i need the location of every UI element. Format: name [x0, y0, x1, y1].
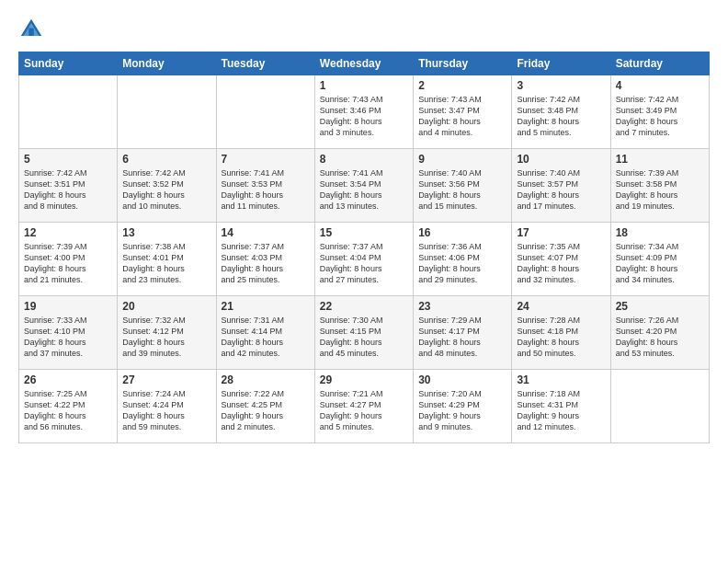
- day-info: Sunrise: 7:38 AM Sunset: 4:01 PM Dayligh…: [122, 241, 210, 286]
- calendar-cell: 6Sunrise: 7:42 AM Sunset: 3:52 PM Daylig…: [118, 149, 216, 223]
- calendar-cell: 21Sunrise: 7:31 AM Sunset: 4:14 PM Dayli…: [216, 296, 314, 370]
- calendar-cell: 19Sunrise: 7:33 AM Sunset: 4:10 PM Dayli…: [19, 296, 118, 370]
- day-number: 7: [222, 153, 310, 166]
- day-info: Sunrise: 7:35 AM Sunset: 4:07 PM Dayligh…: [517, 241, 605, 286]
- day-number: 24: [517, 300, 605, 313]
- day-number: 19: [24, 300, 112, 313]
- calendar-cell: 27Sunrise: 7:24 AM Sunset: 4:24 PM Dayli…: [118, 370, 216, 443]
- calendar-cell: 23Sunrise: 7:29 AM Sunset: 4:17 PM Dayli…: [414, 296, 512, 370]
- day-number: 11: [616, 153, 704, 166]
- day-number: 4: [616, 79, 704, 92]
- day-number: 17: [517, 226, 605, 239]
- page: SundayMondayTuesdayWednesdayThursdayFrid…: [0, 0, 728, 563]
- day-info: Sunrise: 7:42 AM Sunset: 3:51 PM Dayligh…: [24, 167, 112, 213]
- day-number: 13: [122, 226, 210, 239]
- calendar-cell: 3Sunrise: 7:42 AM Sunset: 3:48 PM Daylig…: [512, 75, 610, 149]
- calendar-cell: 20Sunrise: 7:32 AM Sunset: 4:12 PM Dayli…: [118, 296, 216, 370]
- day-number: 18: [616, 226, 704, 239]
- day-number: 2: [418, 79, 506, 92]
- calendar-cell: 14Sunrise: 7:37 AM Sunset: 4:03 PM Dayli…: [216, 223, 314, 296]
- day-info: Sunrise: 7:33 AM Sunset: 4:10 PM Dayligh…: [24, 315, 112, 360]
- day-info: Sunrise: 7:18 AM Sunset: 4:31 PM Dayligh…: [517, 388, 605, 433]
- day-info: Sunrise: 7:31 AM Sunset: 4:14 PM Dayligh…: [222, 315, 310, 360]
- day-number: 16: [418, 226, 506, 239]
- day-number: 21: [222, 300, 310, 313]
- calendar-cell: 13Sunrise: 7:38 AM Sunset: 4:01 PM Dayli…: [118, 223, 216, 296]
- calendar-cell: 24Sunrise: 7:28 AM Sunset: 4:18 PM Dayli…: [512, 296, 610, 370]
- day-number: 23: [418, 300, 506, 313]
- calendar-week-row: 5Sunrise: 7:42 AM Sunset: 3:51 PM Daylig…: [19, 149, 710, 223]
- calendar-cell: 8Sunrise: 7:41 AM Sunset: 3:54 PM Daylig…: [314, 149, 413, 223]
- day-info: Sunrise: 7:41 AM Sunset: 3:54 PM Dayligh…: [320, 167, 408, 213]
- day-info: Sunrise: 7:40 AM Sunset: 3:56 PM Dayligh…: [418, 167, 506, 213]
- calendar-week-row: 1Sunrise: 7:43 AM Sunset: 3:46 PM Daylig…: [19, 75, 710, 149]
- day-info: Sunrise: 7:43 AM Sunset: 3:47 PM Dayligh…: [418, 94, 506, 139]
- svg-rect-2: [28, 29, 34, 36]
- day-number: 1: [320, 79, 408, 92]
- calendar-cell: [610, 370, 709, 443]
- calendar-cell: [216, 75, 314, 149]
- day-info: Sunrise: 7:26 AM Sunset: 4:20 PM Dayligh…: [616, 315, 704, 360]
- calendar-cell: 7Sunrise: 7:41 AM Sunset: 3:53 PM Daylig…: [216, 149, 314, 223]
- calendar-cell: 18Sunrise: 7:34 AM Sunset: 4:09 PM Dayli…: [610, 223, 709, 296]
- weekday-header: Thursday: [414, 52, 512, 75]
- calendar-cell: 5Sunrise: 7:42 AM Sunset: 3:51 PM Daylig…: [19, 149, 118, 223]
- calendar-cell: 29Sunrise: 7:21 AM Sunset: 4:27 PM Dayli…: [314, 370, 413, 443]
- day-number: 25: [616, 300, 704, 313]
- day-number: 3: [517, 79, 605, 92]
- header: [18, 17, 710, 42]
- day-info: Sunrise: 7:29 AM Sunset: 4:17 PM Dayligh…: [418, 315, 506, 360]
- day-number: 9: [418, 153, 506, 166]
- day-info: Sunrise: 7:34 AM Sunset: 4:09 PM Dayligh…: [616, 241, 704, 286]
- day-info: Sunrise: 7:20 AM Sunset: 4:29 PM Dayligh…: [418, 388, 506, 433]
- calendar-cell: 17Sunrise: 7:35 AM Sunset: 4:07 PM Dayli…: [512, 223, 610, 296]
- day-number: 8: [320, 153, 408, 166]
- weekday-header: Friday: [512, 52, 610, 75]
- calendar-cell: [118, 75, 216, 149]
- calendar-cell: 31Sunrise: 7:18 AM Sunset: 4:31 PM Dayli…: [512, 370, 610, 443]
- weekday-header: Tuesday: [216, 52, 314, 75]
- day-number: 20: [122, 300, 210, 313]
- day-info: Sunrise: 7:41 AM Sunset: 3:53 PM Dayligh…: [222, 167, 310, 213]
- calendar-week-row: 26Sunrise: 7:25 AM Sunset: 4:22 PM Dayli…: [19, 370, 710, 443]
- day-number: 27: [122, 373, 210, 386]
- day-info: Sunrise: 7:42 AM Sunset: 3:49 PM Dayligh…: [616, 94, 704, 139]
- day-info: Sunrise: 7:25 AM Sunset: 4:22 PM Dayligh…: [24, 388, 112, 433]
- weekday-header: Sunday: [19, 52, 118, 75]
- day-info: Sunrise: 7:36 AM Sunset: 4:06 PM Dayligh…: [418, 241, 506, 286]
- calendar-cell: 26Sunrise: 7:25 AM Sunset: 4:22 PM Dayli…: [19, 370, 118, 443]
- calendar-cell: 4Sunrise: 7:42 AM Sunset: 3:49 PM Daylig…: [610, 75, 709, 149]
- day-info: Sunrise: 7:37 AM Sunset: 4:03 PM Dayligh…: [222, 241, 310, 286]
- calendar-table: SundayMondayTuesdayWednesdayThursdayFrid…: [18, 52, 710, 443]
- day-info: Sunrise: 7:32 AM Sunset: 4:12 PM Dayligh…: [122, 315, 210, 360]
- day-number: 5: [24, 153, 112, 166]
- calendar-cell: 28Sunrise: 7:22 AM Sunset: 4:25 PM Dayli…: [216, 370, 314, 443]
- calendar-cell: 16Sunrise: 7:36 AM Sunset: 4:06 PM Dayli…: [414, 223, 512, 296]
- calendar-week-row: 12Sunrise: 7:39 AM Sunset: 4:00 PM Dayli…: [19, 223, 710, 296]
- calendar-cell: 30Sunrise: 7:20 AM Sunset: 4:29 PM Dayli…: [414, 370, 512, 443]
- day-info: Sunrise: 7:37 AM Sunset: 4:04 PM Dayligh…: [320, 241, 408, 286]
- calendar-cell: 15Sunrise: 7:37 AM Sunset: 4:04 PM Dayli…: [314, 223, 413, 296]
- calendar-week-row: 19Sunrise: 7:33 AM Sunset: 4:10 PM Dayli…: [19, 296, 710, 370]
- day-number: 14: [222, 226, 310, 239]
- weekday-header: Wednesday: [314, 52, 413, 75]
- day-number: 26: [24, 373, 112, 386]
- weekday-header: Monday: [118, 52, 216, 75]
- day-number: 28: [222, 373, 310, 386]
- calendar-cell: [19, 75, 118, 149]
- day-number: 6: [122, 153, 210, 166]
- day-number: 10: [517, 153, 605, 166]
- calendar-cell: 11Sunrise: 7:39 AM Sunset: 3:58 PM Dayli…: [610, 149, 709, 223]
- day-info: Sunrise: 7:42 AM Sunset: 3:48 PM Dayligh…: [517, 94, 605, 139]
- logo: [18, 17, 48, 42]
- calendar-cell: 10Sunrise: 7:40 AM Sunset: 3:57 PM Dayli…: [512, 149, 610, 223]
- day-number: 12: [24, 226, 112, 239]
- day-number: 30: [418, 373, 506, 386]
- day-info: Sunrise: 7:43 AM Sunset: 3:46 PM Dayligh…: [320, 94, 408, 139]
- day-info: Sunrise: 7:39 AM Sunset: 4:00 PM Dayligh…: [24, 241, 112, 286]
- logo-icon: [18, 17, 44, 42]
- calendar-cell: 12Sunrise: 7:39 AM Sunset: 4:00 PM Dayli…: [19, 223, 118, 296]
- day-number: 31: [517, 373, 605, 386]
- day-info: Sunrise: 7:28 AM Sunset: 4:18 PM Dayligh…: [517, 315, 605, 360]
- day-info: Sunrise: 7:21 AM Sunset: 4:27 PM Dayligh…: [320, 388, 408, 433]
